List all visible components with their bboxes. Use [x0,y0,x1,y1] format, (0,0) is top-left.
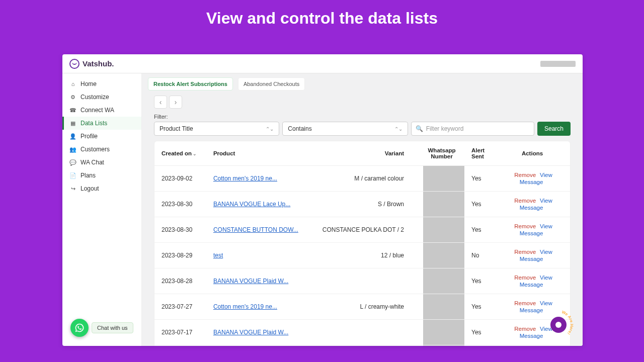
cell-created: 2023-08-28 [154,268,206,294]
product-link[interactable]: test [213,252,223,259]
cell-wnum: 9 [419,294,464,320]
redacted-mask [423,294,464,319]
cell-actions: RemoveView Message [495,166,570,192]
cell-alert: Yes [464,166,495,192]
col-wnum[interactable]: Whatsapp Number [419,141,464,166]
table-row: 2023-08-28BANANA VOGUE Plaid W...9YesRem… [154,268,570,294]
product-link[interactable]: BANANA VOGUE Plaid W... [213,278,288,285]
table-row: 2023-09-02Cotton men's 2019 ne...M / car… [154,166,570,192]
cell-created: 2023-08-30 [154,217,206,243]
cell-variant: L / creamy-white [310,294,419,320]
cell-wnum: 9 [419,217,464,243]
redacted-mask [423,192,464,217]
product-link[interactable]: CONSTANCE BUTTON DOW... [213,226,298,233]
cell-alert: Yes [464,268,495,294]
sidebar-item-data-lists[interactable]: ▦Data Lists [62,117,141,130]
table-row: 2023-07-07BANANAVOGUE half-hig...9YesRem… [154,345,570,346]
remove-link[interactable]: Remove [514,172,536,178]
remove-link[interactable]: Remove [514,300,536,306]
page-next-button[interactable]: › [169,96,182,109]
cell-variant: CONSTANCE POLKA DOT / 2 [310,217,419,243]
sidebar-item-home[interactable]: ⌂Home [62,77,141,90]
chat-float[interactable]: We Are Here! [543,310,574,340]
data-table-wrap: Created on⌄ Product Variant Whatsapp Num… [154,141,571,346]
chat-button[interactable] [550,317,567,333]
remove-link[interactable]: Remove [514,275,536,281]
col-variant[interactable]: Variant [310,141,419,166]
cell-alert: Yes [464,217,495,243]
main-content: Restock Alert SubscriptionsAbandoned Che… [142,73,583,346]
remove-link[interactable]: Remove [514,198,536,204]
search-button[interactable]: Search [537,122,571,136]
cell-created: 2023-09-02 [154,166,206,192]
filter-keyword-input[interactable] [426,125,530,132]
sidebar-item-logout[interactable]: ↪Logout [62,182,141,195]
product-link[interactable]: BANANA VOGUE Plaid W... [213,329,288,336]
sidebar-icon: ▦ [69,120,76,127]
sidebar-icon: 👥 [69,146,76,153]
cell-wnum: 9 [419,243,464,268]
cell-wnum: 9 [419,166,464,192]
filter-area: Filter: Product Title ⌃⌄ Contains ⌃⌄ 🔍 S… [142,114,583,141]
cell-variant [310,320,419,345]
whatsapp-icon[interactable] [70,319,89,337]
cell-alert: Yes [464,192,495,217]
sidebar-item-wa-chat[interactable]: 💬WA Chat [62,156,141,169]
col-created[interactable]: Created on⌄ [154,141,206,166]
remove-link[interactable]: Remove [514,249,536,255]
filter-field-select[interactable]: Product Title ⌃⌄ [154,122,279,136]
chevron-down-icon: ⌃⌄ [266,126,274,132]
sidebar-item-profile[interactable]: 👤Profile [62,130,141,143]
cell-product: test [206,243,310,268]
tab-restock-alert-subscriptions[interactable]: Restock Alert Subscriptions [148,77,233,90]
product-link[interactable]: BANANA VOGUE Lace Up... [213,201,290,208]
sidebar: ⌂Home⚙Customize☎Connect WA▦Data Lists👤Pr… [62,73,142,346]
sort-icon: ⌄ [193,151,197,156]
sidebar-item-label: Customers [80,146,110,153]
filter-field-value: Product Title [159,125,193,132]
cell-alert: Yes [464,320,495,345]
tab-abandoned-checkouts[interactable]: Abandoned Checkouts [238,77,305,90]
cell-variant: S / Brown [310,192,419,217]
sidebar-icon: 💬 [69,159,76,166]
cell-alert: Yes [464,294,495,320]
col-product[interactable]: Product [206,141,310,166]
tabs: Restock Alert SubscriptionsAbandoned Che… [142,77,583,96]
cell-actions: RemoveView Message [495,217,570,243]
remove-link[interactable]: Remove [514,326,536,332]
filter-op-select[interactable]: Contains ⌃⌄ [282,122,408,136]
sidebar-item-plans[interactable]: 📄Plans [62,169,141,182]
cell-variant [310,268,419,294]
sidebar-item-label: Connect WA [80,107,114,114]
cell-product: BANANA VOGUE Plaid W... [206,320,310,345]
product-link[interactable]: Cotton men's 2019 ne... [213,175,277,182]
table-row: 2023-08-30CONSTANCE BUTTON DOW...CONSTAN… [154,217,570,243]
cell-actions: RemoveView Message [495,192,570,217]
sidebar-item-customers[interactable]: 👥Customers [62,143,141,156]
page-prev-button[interactable]: ‹ [154,96,167,109]
filter-op-value: Contains [288,125,311,132]
table-row: 2023-08-30BANANA VOGUE Lace Up...S / Bro… [154,192,570,217]
product-link[interactable]: Cotton men's 2019 ne... [213,303,277,310]
cell-product: BANANA VOGUE Plaid W... [206,268,310,294]
col-alert[interactable]: Alert Sent [464,141,495,166]
sidebar-item-connect-wa[interactable]: ☎Connect WA [62,104,141,117]
table-row: 2023-07-17BANANA VOGUE Plaid W...9YesRem… [154,320,570,345]
cell-wnum: 9 [419,192,464,217]
remove-link[interactable]: Remove [514,223,536,229]
redacted-mask [423,320,464,345]
filter-label: Filter: [154,114,571,120]
filter-keyword-wrap: 🔍 [411,122,534,136]
whatsapp-float[interactable]: Chat with us [70,319,133,337]
search-icon: 🔍 [416,125,423,132]
sidebar-item-customize[interactable]: ⚙Customize [62,90,141,104]
cell-variant: M / caramel colour [310,166,419,192]
user-label[interactable] [540,61,576,67]
sidebar-item-label: Profile [80,133,98,140]
cell-wnum: 9 [419,268,464,294]
whatsapp-chat-label[interactable]: Chat with us [92,322,133,333]
app-window: Vatshub. ⌂Home⚙Customize☎Connect WA▦Data… [62,54,583,346]
cell-wnum: 9 [419,345,464,346]
cell-product: BANANA VOGUE Lace Up... [206,192,310,217]
cell-product: CONSTANCE BUTTON DOW... [206,217,310,243]
